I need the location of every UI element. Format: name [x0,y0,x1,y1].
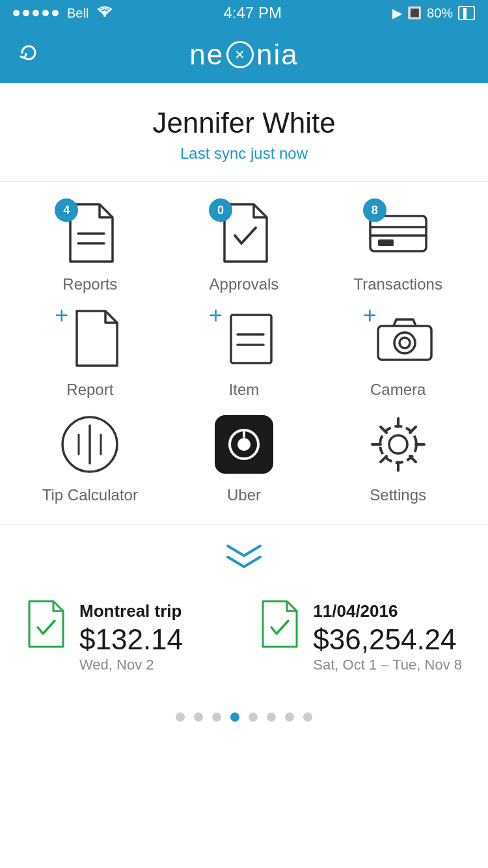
pagination-dot-2[interactable] [194,712,203,722]
recent-item-2-info: 11/04/2016 $36,254.24 Sat, Oct 1 – Tue, … [313,601,462,673]
svg-rect-6 [378,239,394,246]
recent-section: Montreal trip $132.14 Wed, Nov 2 11/04/2… [0,582,488,699]
pagination [0,699,488,741]
svg-rect-7 [231,315,271,363]
new-report-icon-container: + [64,306,129,372]
battery-icon: ▌ [458,6,475,20]
chevron-down-icon [224,543,264,569]
settings-label: Settings [370,486,426,504]
svg-point-12 [400,338,410,348]
recent-item-1-icon [26,601,68,651]
recent-item-1[interactable]: Montreal trip $132.14 Wed, Nov 2 [26,601,183,673]
svg-point-11 [394,332,415,353]
pagination-dot-4[interactable] [230,712,239,722]
user-name: Jennifer White [13,107,475,139]
reports-icon-container: 4 [57,201,122,266]
wifi-icon [97,5,113,21]
new-item-label: Item [229,381,260,399]
new-item-button[interactable]: + Item [172,306,316,399]
tip-calculator-label: Tip Calculator [42,486,138,504]
recent-item-2-date: Sat, Oct 1 – Tue, Nov 8 [313,657,462,673]
uber-button[interactable]: Uber [172,412,316,504]
battery-label: 80% [427,6,453,21]
location-icon: ▶ [392,5,402,21]
svg-point-21 [380,426,416,463]
approvals-button[interactable]: 0 Approvals [172,201,316,293]
settings-button[interactable]: Settings [327,412,470,504]
report-plus-icon: + [55,304,68,327]
recent-row: Montreal trip $132.14 Wed, Nov 2 11/04/2… [26,595,462,680]
pagination-dot-5[interactable] [249,712,258,722]
svg-point-18 [237,438,251,451]
app-logo: ne nia [189,38,299,71]
reports-label: Reports [62,275,117,293]
bluetooth-icon: 🔳 [407,6,422,20]
svg-point-20 [389,435,407,454]
recent-item-1-date: Wed, Nov 2 [79,657,183,673]
tip-calculator-button[interactable]: Tip Calculator [18,412,161,504]
transactions-button[interactable]: 8 Transactions [327,201,470,293]
carrier-label: Bell [67,6,88,21]
new-report-button[interactable]: + Report [18,306,161,399]
approvals-icon-container: 0 [211,201,277,266]
sync-status: Last sync just now [13,144,475,163]
refresh-button[interactable] [18,42,39,68]
settings-icon-container [366,412,431,477]
app-bar: ne nia [0,26,488,83]
pagination-dot-7[interactable] [285,712,294,722]
new-item-icon-container: + [218,306,283,372]
grid-section: 4 Reports 0 Approvals [0,182,488,524]
transactions-icon-container: 8 [366,201,431,266]
user-section: Jennifer White Last sync just now [0,83,488,182]
recent-item-1-title: Montreal trip [79,601,183,621]
camera-label: Camera [370,381,426,399]
camera-plus-icon: + [363,304,377,327]
camera-button[interactable]: + Camera [327,306,470,399]
reports-button[interactable]: 4 Reports [18,201,161,293]
approvals-label: Approvals [210,275,279,293]
recent-item-2-icon [260,601,301,651]
pagination-dot-6[interactable] [267,712,276,722]
svg-point-0 [103,14,106,17]
transactions-label: Transactions [353,275,442,293]
logo-circle-icon [226,41,254,68]
grid-row-1: 4 Reports 0 Approvals [13,201,475,293]
status-left: Bell [13,5,113,21]
transactions-badge: 8 [363,198,386,222]
uber-square-icon [215,415,273,474]
pagination-dot-1[interactable] [176,712,185,722]
camera-icon-container: + [372,306,437,372]
status-bar: Bell 4:47 PM ▶ 🔳 80% ▌ [0,0,488,26]
uber-label: Uber [227,486,261,504]
time-display: 4:47 PM [224,4,282,22]
recent-item-2-title: 11/04/2016 [313,601,462,621]
chevron-section [0,524,488,582]
recent-item-1-amount: $132.14 [79,624,183,655]
signal-dots [13,10,59,16]
grid-row-3: Tip Calculator Uber [13,412,475,504]
svg-rect-10 [378,326,431,360]
recent-item-2[interactable]: 11/04/2016 $36,254.24 Sat, Oct 1 – Tue, … [260,601,462,673]
status-right: ▶ 🔳 80% ▌ [392,5,475,21]
uber-icon-container [211,412,277,477]
recent-item-1-info: Montreal trip $132.14 Wed, Nov 2 [79,601,183,673]
item-plus-icon: + [209,304,223,327]
grid-row-2: + Report + Item + [13,306,475,399]
approvals-badge: 0 [209,198,232,222]
tip-calculator-icon-container [57,412,122,477]
pagination-dot-8[interactable] [303,712,312,722]
pagination-dot-3[interactable] [212,712,221,722]
new-report-label: Report [66,381,113,399]
recent-item-2-amount: $36,254.24 [313,624,462,655]
